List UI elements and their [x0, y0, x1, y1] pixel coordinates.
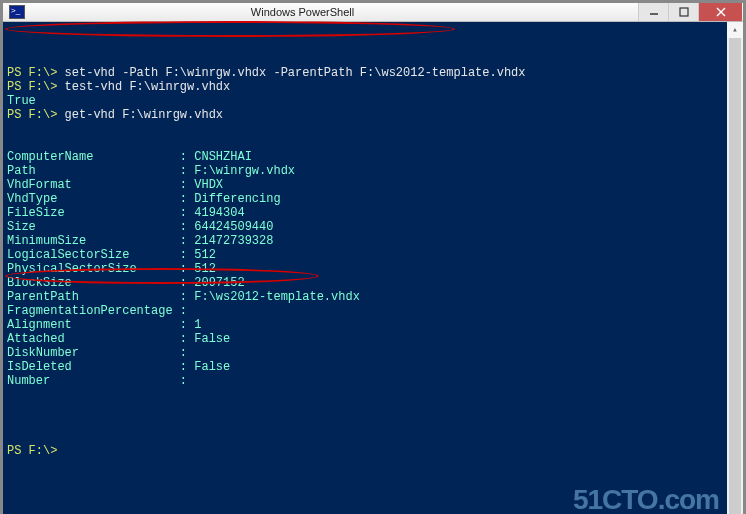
vhd-row: ParentPath : F:\ws2012-template.vhdx — [7, 290, 360, 304]
window-title: Windows PowerShell — [0, 6, 638, 18]
output-true: True — [7, 94, 36, 108]
vhd-row: Alignment : 1 — [7, 318, 201, 332]
prompt: PS F:\> — [7, 66, 65, 80]
final-prompt: PS F:\> — [7, 444, 65, 458]
watermark: 51CTO.com 技术博客 Blog — [573, 462, 719, 514]
output-blank — [7, 430, 14, 444]
powershell-icon — [7, 4, 27, 20]
scroll-up-button[interactable]: ▴ — [727, 22, 743, 38]
vhd-row: DiskNumber : — [7, 346, 194, 360]
output-blank — [7, 122, 14, 136]
minimize-button[interactable] — [638, 3, 668, 21]
vhd-row: VhdType : Differencing — [7, 192, 281, 206]
vhd-row: IsDeleted : False — [7, 360, 230, 374]
vertical-scrollbar[interactable]: ▴ ▾ — [727, 22, 743, 514]
vhd-row: ComputerName : CNSHZHAI — [7, 150, 252, 164]
prompt: PS F:\> — [7, 80, 65, 94]
output-blank — [7, 136, 14, 150]
command-get-vhd: get-vhd F:\winrgw.vhdx — [65, 108, 223, 122]
vhd-row: FragmentationPercentage : — [7, 304, 194, 318]
vhd-row: Size : 64424509440 — [7, 220, 273, 234]
console-area[interactable]: PS F:\> set-vhd -Path F:\winrgw.vhdx -Pa… — [3, 22, 743, 514]
window-controls — [638, 3, 742, 21]
prompt: PS F:\> — [7, 108, 65, 122]
vhd-row: FileSize : 4194304 — [7, 206, 245, 220]
vhd-row: PhysicalSectorSize : 512 — [7, 262, 216, 276]
scroll-thumb[interactable] — [729, 38, 741, 514]
output-blank — [7, 416, 14, 430]
output-blank — [7, 402, 14, 416]
svg-rect-1 — [680, 8, 688, 16]
vhd-row: Path : F:\winrgw.vhdx — [7, 164, 295, 178]
highlight-annotation-1 — [5, 21, 455, 37]
close-button[interactable] — [698, 3, 742, 21]
vhd-row: VhdFormat : VHDX — [7, 178, 223, 192]
vhd-row: MinimumSize : 21472739328 — [7, 234, 273, 248]
command-test-vhd: test-vhd F:\winrgw.vhdx — [65, 80, 231, 94]
titlebar[interactable]: Windows PowerShell — [3, 3, 743, 22]
powershell-window: Windows PowerShell PS F:\> set-vhd -Path… — [0, 0, 746, 514]
vhd-row: LogicalSectorSize : 512 — [7, 248, 216, 262]
command-set-vhd: set-vhd -Path F:\winrgw.vhdx -ParentPath… — [65, 66, 526, 80]
vhd-row: Number : — [7, 374, 194, 388]
maximize-button[interactable] — [668, 3, 698, 21]
vhd-row: BlockSize : 2097152 — [7, 276, 245, 290]
vhd-row: Attached : False — [7, 332, 230, 346]
watermark-line1: 51CTO.com — [573, 486, 719, 514]
